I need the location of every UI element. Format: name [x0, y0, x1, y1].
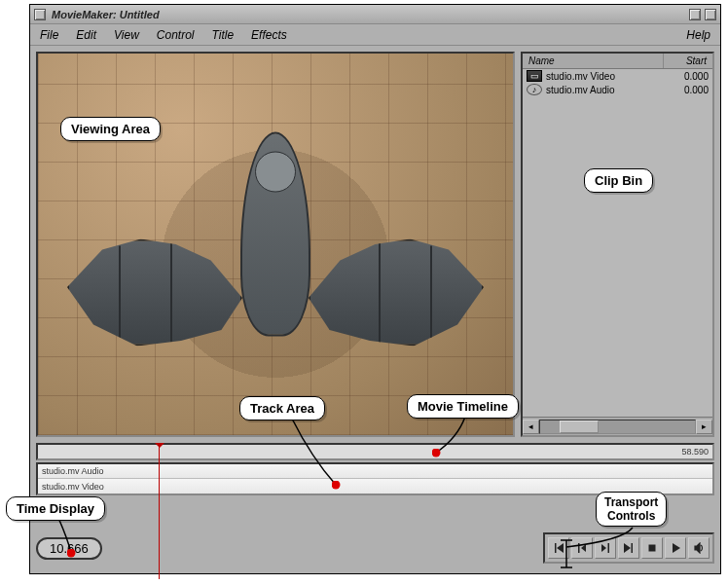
window-title: MovieMaker: Untitled	[52, 9, 160, 20]
clip-start: 0.000	[660, 85, 709, 95]
timeline-duration: 58.590	[681, 447, 709, 457]
time-display: 10.666	[36, 537, 102, 560]
time-display-value: 10.666	[50, 541, 89, 556]
menu-title[interactable]: Title	[212, 28, 235, 42]
clip-row[interactable]: ♪ studio.mv Audio 0.000	[523, 83, 712, 96]
scroll-right-icon[interactable]: ▸	[696, 420, 712, 434]
movie-timeline[interactable]: 58.590	[36, 443, 714, 460]
callout-viewing: Viewing Area	[60, 117, 161, 141]
track-area[interactable]: studio.mv Audio studio.mv Video	[36, 462, 714, 495]
maximize-button[interactable]	[705, 9, 716, 20]
col-name[interactable]: Name	[523, 54, 664, 68]
step-forward-button[interactable]	[595, 537, 616, 559]
stop-button[interactable]	[641, 537, 663, 559]
audio-clip-icon: ♪	[527, 84, 542, 95]
go-start-button[interactable]	[548, 537, 569, 559]
track-label: studio.mv Video	[42, 482, 104, 492]
menu-file[interactable]: File	[40, 28, 58, 42]
clip-start: 0.000	[660, 71, 709, 82]
callout-clipbin: Clip Bin	[584, 168, 653, 193]
step-back-button[interactable]	[571, 537, 593, 559]
menubar: File Edit View Control Title Effects Hel…	[30, 24, 720, 46]
go-end-button[interactable]	[618, 537, 639, 559]
callout-timedisp: Time Display	[6, 496, 105, 521]
minimize-button[interactable]	[689, 9, 701, 20]
callout-transport: Transport Controls	[596, 492, 667, 527]
menu-effects[interactable]: Effects	[251, 28, 287, 42]
clip-row[interactable]: ▭ studio.mv Video 0.000	[523, 69, 712, 83]
menu-help[interactable]: Help	[686, 28, 710, 42]
col-start[interactable]: Start	[664, 54, 712, 68]
clipbin-scrollbar[interactable]: ◂ ▸	[523, 417, 712, 435]
callout-timeline: Movie Timeline	[407, 394, 519, 419]
viewing-area[interactable]	[36, 52, 515, 437]
viewer-frame-content	[240, 132, 310, 337]
app-window: MovieMaker: Untitled File Edit View Cont…	[29, 4, 721, 574]
clip-bin[interactable]: Name Start ▭ studio.mv Video 0.000 ♪ stu…	[521, 52, 714, 437]
scroll-left-icon[interactable]: ◂	[523, 420, 539, 434]
menu-edit[interactable]: Edit	[76, 28, 96, 42]
clip-name: studio.mv Video	[546, 71, 660, 82]
play-button[interactable]	[665, 537, 686, 559]
track-row[interactable]: studio.mv Audio	[38, 464, 712, 479]
svg-rect-0	[649, 545, 656, 552]
window-menu-icon[interactable]	[34, 9, 46, 20]
scroll-track[interactable]	[539, 420, 696, 434]
clip-name: studio.mv Audio	[546, 85, 660, 95]
menu-control[interactable]: Control	[157, 28, 195, 42]
playhead-marker[interactable]	[155, 443, 164, 453]
clipbin-header: Name Start	[523, 54, 712, 69]
callout-track: Track Area	[239, 396, 325, 420]
transport-controls	[543, 532, 714, 564]
track-label: studio.mv Audio	[42, 466, 104, 476]
titlebar[interactable]: MovieMaker: Untitled	[30, 5, 720, 24]
video-clip-icon: ▭	[527, 70, 542, 82]
audio-button[interactable]	[688, 537, 710, 559]
scroll-thumb[interactable]	[560, 420, 599, 433]
menu-view[interactable]: View	[114, 28, 139, 42]
